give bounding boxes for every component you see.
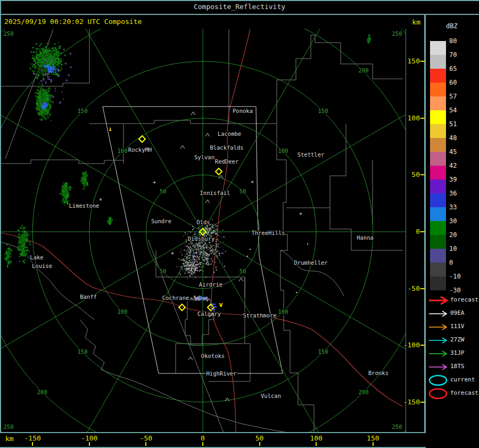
colorbar-swatch [430,96,446,110]
bottom-axis-tick [89,442,90,446]
colorbar-label: 42 [449,162,470,169]
svg-text:50: 50 [160,188,167,194]
echo-sw-cell-2 [4,244,13,267]
svg-text:50: 50 [240,188,246,194]
wind-dash-icon [212,304,216,305]
bottom-axis-tick [259,442,260,446]
colorbar-swatch [430,193,446,207]
colorbar-swatch [430,55,446,69]
city-label-airdrie: Airdrie [199,281,222,288]
radar-application: { "title_bar": { "title": "Composite_Ref… [0,0,479,448]
echo-nw-cell-2 [35,83,54,121]
city-label-cochrane: Cochrane [162,295,189,301]
colorbar-title: dBZ [446,22,458,30]
city-label-lacombe: Lacombe [218,131,241,137]
city-label-ponoka: Ponoka [233,108,253,114]
sidebar: dBZ 807065605754514845423936333020100-10… [426,15,479,448]
dot-marker-icon [250,249,251,250]
legend-ellipse-icon [428,374,450,386]
colorbar-label: -10 [449,273,470,280]
legend-label: 111V [450,323,465,330]
svg-text:50: 50 [160,268,167,274]
echo-calgary-specks [191,296,210,302]
colorbar-label: 60 [449,79,470,86]
city-label-innisfail: Innisfail [200,190,230,196]
colorbar-swatch [430,276,446,290]
right-axis-tick [420,174,425,175]
colorbar-label: 51 [449,120,470,128]
storm-vector-arrow-icon: ↓ [108,125,112,133]
bottom-axis-label: -50 [140,434,152,442]
legend-item-111V: 111V [426,321,479,332]
legend-arrow-icon [428,321,450,333]
svg-text:100: 100 [278,148,288,154]
svg-text:200: 200 [37,67,47,74]
legend-arrow-icon [428,348,450,360]
legend-item-31JP: 31JP [426,348,479,359]
echo-w-cell-3 [107,217,113,225]
legend-label: forecast [450,389,478,396]
right-axis-label: 0 [401,227,420,235]
caret-marker-icon [239,278,243,281]
caret-marker-icon [225,398,229,401]
caret-marker-icon [188,357,193,360]
bottom-axis-tick [202,442,203,446]
city-label-hanna: Hanna [357,234,374,241]
radar-map-display[interactable]: 5050505010010010010015015015015020020020… [1,29,406,432]
legend-item-18TS: 18TS [426,361,479,372]
legend-label: 09EA [450,309,465,316]
colorbar-swatch [430,41,446,55]
colorbar-label: 70 [449,51,470,59]
bottom-axis-tick [145,442,146,446]
right-axis-label: 100 [401,114,420,122]
colorbar-swatch [430,110,446,124]
svg-text:150: 150 [318,348,328,355]
svg-text:150: 150 [78,108,88,114]
legend-label: 18TS [450,363,465,370]
dot-marker-icon [296,292,297,293]
legend-arrow-icon [428,335,450,346]
city-label-threehills: ThreeHills [251,230,285,236]
legend-ellipse-icon [428,388,450,400]
right-axis-label: -150 [401,398,420,406]
colorbar-label: 57 [449,93,470,100]
colorbar-swatch [430,221,446,235]
svg-text:200: 200 [359,389,369,395]
colorbar-swatch [430,180,446,193]
colorbar-label: 65 [449,65,470,72]
legend-item-forecast: forecast [426,295,479,305]
colorbar-swatch [430,263,446,276]
titlebar-divider [0,14,479,15]
city-label-blackfalds: Blackfalds [210,144,243,151]
bottom-axis-tick [316,442,317,446]
range-rings [1,29,406,432]
city-label-rockymh: RockyMH [128,146,152,153]
legend-item-27ZW: 27ZW [426,335,479,345]
colorbar-swatch [430,83,446,96]
city-label-strathmore: Strathmore [243,312,276,319]
colorbar-swatch [430,166,446,180]
legend-label: forecast [450,296,478,303]
city-label-limestone: Limestone [69,202,100,209]
wind-dash-icon [211,309,215,310]
legend-item-current: current [426,374,479,385]
city-label-brooks: Brooks [368,370,389,376]
svg-text:100: 100 [118,148,128,154]
svg-text:100: 100 [118,308,128,315]
svg-text:200: 200 [359,67,369,74]
plus-marker-icon: + [299,211,302,217]
bottom-axis-label: 150 [367,434,379,442]
svg-text:100: 100 [278,308,288,315]
city-label-stettler: Stettler [298,151,325,158]
colorbar-swatch [430,249,446,263]
right-axis-tick [420,402,425,403]
city-label-sylvan: Sylvan [194,154,214,160]
legend-arrow-icon [428,295,450,306]
storm-marker-diamond-icon [139,136,145,142]
right-axis-tick [420,345,425,346]
top-border [0,0,479,1]
dot-marker-icon [307,243,308,245]
svg-text:150: 150 [78,348,88,355]
echo-ne-streak [367,35,371,44]
legend-label: 27ZW [450,336,465,343]
